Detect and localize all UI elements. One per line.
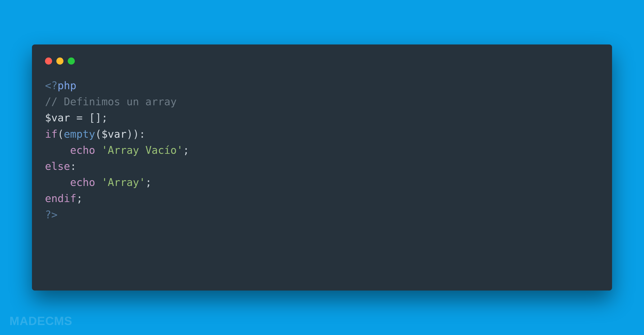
indent: [45, 176, 70, 188]
string-literal: Array Vacío: [108, 144, 177, 156]
traffic-lights: [45, 57, 599, 65]
indent: [45, 144, 70, 156]
paren-close: ): [133, 128, 139, 140]
php-open-tag: <?: [45, 79, 58, 92]
colon: :: [139, 128, 145, 140]
empty-function: empty: [64, 128, 95, 140]
string-quote: ': [101, 176, 108, 188]
minimize-icon[interactable]: [56, 57, 64, 65]
paren-close-inner: ): [126, 128, 133, 140]
endif-keyword: endif: [45, 192, 76, 204]
semicolon: ;: [183, 144, 190, 156]
variable: $var: [45, 112, 70, 124]
string-quote: ': [101, 144, 108, 156]
zoom-icon[interactable]: [68, 57, 75, 65]
comment-line: // Definimos un array: [45, 96, 177, 108]
string-quote: ': [139, 176, 145, 188]
if-keyword: if: [45, 128, 58, 140]
paren-open: (: [58, 128, 64, 140]
paren-open-inner: (: [95, 128, 102, 140]
close-icon[interactable]: [45, 57, 52, 65]
watermark-logo: MADECMS: [10, 314, 72, 328]
semicolon: ;: [76, 192, 83, 204]
variable-arg: $var: [101, 128, 126, 140]
string-literal: Array: [108, 176, 139, 188]
string-quote: ': [177, 144, 183, 156]
echo-keyword: echo: [70, 144, 95, 156]
php-keyword: php: [58, 79, 76, 92]
colon: :: [70, 160, 76, 172]
else-keyword: else: [45, 160, 70, 172]
semicolon: ;: [145, 176, 152, 188]
assign-empty-array: = [];: [70, 112, 108, 124]
echo-keyword: echo: [70, 176, 95, 188]
code-block: <?php // Definimos un array $var = []; i…: [45, 78, 599, 223]
code-window: <?php // Definimos un array $var = []; i…: [32, 44, 612, 291]
php-close-tag: ?>: [45, 209, 58, 221]
